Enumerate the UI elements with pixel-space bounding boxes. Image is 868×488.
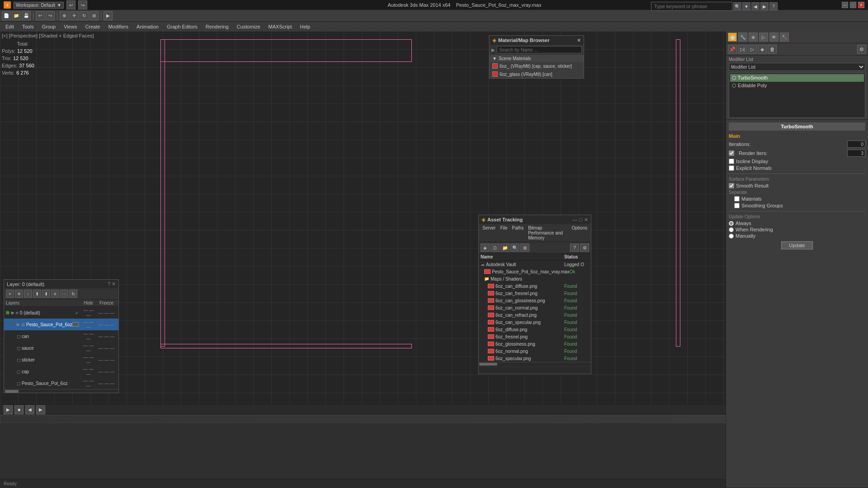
at-scroll-thumb[interactable]: [479, 363, 497, 366]
mat-item-0[interactable]: 6oz_ (VRayMtl) [cap, sauce, sticker]: [490, 62, 584, 70]
play-btn[interactable]: ▶: [4, 405, 13, 414]
stop-btn[interactable]: ■: [14, 405, 24, 414]
smoothing-groups-checkbox[interactable]: [734, 203, 740, 208]
remove-btn[interactable]: 🗑: [768, 45, 777, 54]
menu-tools[interactable]: Tools: [19, 23, 38, 30]
save-btn[interactable]: 💾: [22, 11, 31, 20]
menu-views[interactable]: Views: [60, 23, 80, 30]
at-menu-options[interactable]: Options: [570, 225, 589, 241]
minimize-btn[interactable]: —: [842, 2, 848, 8]
mod-icon-utilities[interactable]: 🔨: [780, 33, 789, 42]
search-input[interactable]: [651, 2, 732, 11]
mat-item-1[interactable]: 6oz_glass (VRayMtl) [can]: [490, 70, 584, 78]
render-iters-input[interactable]: [847, 150, 865, 157]
menu-customize[interactable]: Customize: [233, 23, 264, 30]
explicit-normals-checkbox[interactable]: [729, 165, 734, 171]
move-btn[interactable]: ✛: [70, 11, 79, 20]
help-btn[interactable]: ?: [769, 2, 778, 10]
mod-icon-create[interactable]: ⬤: [728, 33, 737, 42]
menu-create[interactable]: Create: [81, 23, 104, 30]
modifier-editable-poly[interactable]: ⬡ Editable Poly: [730, 82, 864, 89]
layers-help-icon[interactable]: ?: [108, 281, 110, 287]
at-item-vault[interactable]: ☁ Autodesk Vault Logged O: [479, 261, 591, 268]
workspace-dropdown-icon[interactable]: ▼: [57, 3, 61, 8]
layers-scrollbar[interactable]: [4, 389, 118, 393]
redo-btn[interactable]: ↪: [78, 0, 87, 9]
undo-btn[interactable]: ↩: [66, 0, 75, 9]
layer-item-pesto-obj[interactable]: ◻ Pesto_Sauce_Pot_6oz — — — — — —: [4, 377, 118, 389]
new-btn[interactable]: 📄: [2, 11, 11, 20]
layer-item-sticker[interactable]: ◻ sticker — — — — — —: [4, 354, 118, 366]
at-menu-bitmap[interactable]: Bitmap Performance and Memory: [526, 225, 569, 241]
at-item-tex-1[interactable]: 6oz_can_fresnel.png Found: [479, 290, 591, 297]
layers-scroll-thumb[interactable]: [5, 390, 19, 393]
menu-modifiers[interactable]: Modifiers: [104, 23, 132, 30]
search-button[interactable]: 🔍: [733, 2, 741, 10]
at-maximize-btn[interactable]: □: [579, 217, 582, 223]
render-btn[interactable]: ▶: [104, 11, 113, 20]
layers-tool-sort[interactable]: ≡: [51, 290, 59, 298]
iterations-input[interactable]: [847, 141, 865, 148]
at-tool-3[interactable]: 📁: [500, 244, 509, 252]
layer-item-default[interactable]: ▶ ≡ 0 (default) ✓ — — — — — —: [4, 307, 118, 319]
mod-icon-hierarchy[interactable]: ⊕: [749, 33, 758, 42]
at-item-tex-5[interactable]: 6oz_can_specular.png Found: [479, 319, 591, 326]
select-btn[interactable]: ⊕: [60, 11, 69, 20]
timeline-track[interactable]: [0, 415, 726, 423]
layer-item-cap[interactable]: ◻ cap — — — — — —: [4, 366, 118, 377]
mod-icon-modify[interactable]: 🔧: [738, 33, 747, 42]
mod-icon-motion[interactable]: ▷: [759, 33, 768, 42]
menu-maxscript[interactable]: MAXScript: [265, 23, 296, 30]
at-item-maps[interactable]: 📁 Maps / Shaders: [479, 275, 591, 282]
workspace-selector[interactable]: Workspace: Default ▼: [14, 2, 64, 9]
layer-item-sauce[interactable]: ◻ sauce — — — — — —: [4, 342, 118, 354]
mod-icon-display[interactable]: 👁: [769, 33, 778, 42]
at-help-btn[interactable]: ?: [570, 244, 579, 252]
at-item-tex-2[interactable]: 6oz_can_glossiness.png Found: [479, 297, 591, 304]
at-minimize-btn[interactable]: —: [572, 217, 577, 223]
at-item-tex-7[interactable]: 6oz_fresnel.png Found: [479, 333, 591, 340]
menu-help[interactable]: Help: [297, 23, 314, 30]
manually-radio[interactable]: [729, 234, 734, 239]
at-tool-1[interactable]: ◈: [481, 244, 490, 252]
at-menu-paths[interactable]: Paths: [510, 225, 526, 241]
smooth-result-checkbox[interactable]: [729, 183, 734, 188]
menu-animation[interactable]: Animation: [133, 23, 162, 30]
at-menu-server[interactable]: Server: [481, 225, 497, 241]
menu-rendering[interactable]: Rendering: [202, 23, 232, 30]
redo-toolbar-btn[interactable]: ↪: [46, 11, 55, 20]
modifier-dropdown[interactable]: Modifier List: [729, 63, 865, 71]
at-item-tex-8[interactable]: 6oz_glossiness.png Found: [479, 340, 591, 347]
menu-group[interactable]: Group: [38, 23, 60, 30]
when-rendering-radio[interactable]: [729, 227, 734, 232]
at-item-tex-3[interactable]: 6oz_can_normal.png Found: [479, 304, 591, 311]
at-item-tex-10[interactable]: 6oz_specular.png Found: [479, 355, 591, 362]
at-tool-4[interactable]: 🔍: [510, 244, 519, 252]
menu-edit[interactable]: Edit: [2, 23, 18, 30]
layers-tool-options[interactable]: ⋯: [60, 290, 68, 298]
layers-tool-delete[interactable]: ✕: [15, 290, 23, 298]
at-close-btn[interactable]: ✕: [584, 217, 588, 223]
mat-search-input[interactable]: [497, 46, 582, 53]
layers-tool-add-layer[interactable]: +: [6, 290, 14, 298]
mat-scene-materials-header[interactable]: ▼ Scene Materials: [490, 55, 584, 62]
at-item-tex-4[interactable]: 6oz_can_refract.png Found: [479, 311, 591, 319]
undo-toolbar-btn[interactable]: ↩: [36, 11, 45, 20]
layers-tool-move-up2[interactable]: ⬆: [33, 290, 41, 298]
materials-checkbox[interactable]: [734, 196, 740, 202]
next-frame-btn[interactable]: ▶: [36, 405, 45, 414]
make-unique-btn[interactable]: ◈: [758, 45, 767, 54]
layers-tool-move-up[interactable]: ↑: [24, 290, 32, 298]
modifier-turbosmooth[interactable]: ⬡ TurboSmooth: [730, 74, 864, 82]
show-end-btn[interactable]: ▷|: [738, 45, 747, 54]
at-item-tex-9[interactable]: 6oz_normal.png Found: [479, 347, 591, 355]
layer-item-pesto[interactable]: ▶ ⊞ Pesto_Sauce_Pot_6oz — — — — — —: [4, 319, 118, 330]
layers-tool-refresh[interactable]: ↻: [69, 290, 77, 298]
prev-frame-btn[interactable]: ◀: [25, 405, 34, 414]
open-btn[interactable]: 📁: [12, 11, 21, 20]
at-item-tex-0[interactable]: 6oz_can_diffuse.png Found: [479, 282, 591, 290]
mat-browser-close[interactable]: ✕: [577, 38, 581, 43]
menu-graph-editors[interactable]: Graph Editors: [163, 23, 201, 30]
scale-btn[interactable]: ⊞: [90, 11, 99, 20]
search-options-btn[interactable]: ▼: [742, 2, 750, 10]
